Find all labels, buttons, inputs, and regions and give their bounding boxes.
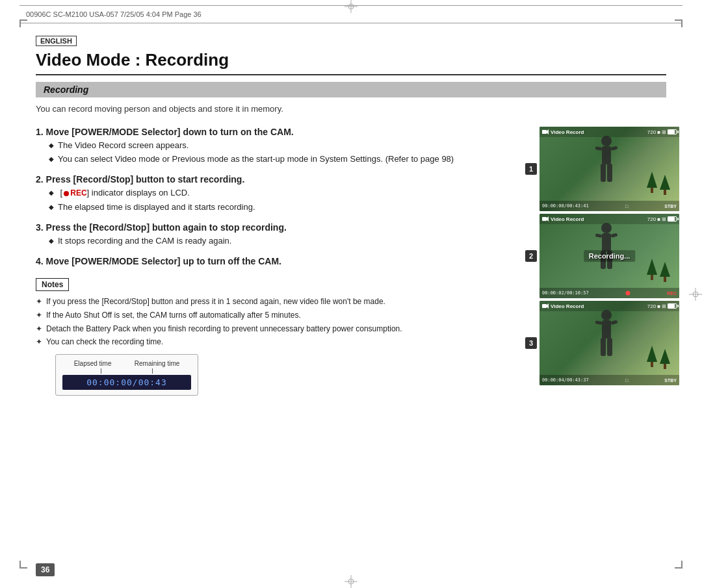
- trees-2: [640, 252, 676, 288]
- svg-rect-38: [610, 320, 618, 324]
- person-silhouette-1: [590, 133, 623, 192]
- step-1-bullets: ◆ The Video Record screen appears. ◆ You…: [49, 140, 510, 165]
- svg-rect-14: [610, 146, 618, 150]
- note-arrow-icon: ✦: [36, 310, 42, 321]
- elapsed-label: Elapsed time: [74, 360, 112, 367]
- svg-marker-19: [660, 175, 670, 190]
- note-arrow-icon: ✦: [36, 296, 42, 307]
- step-2: 2. Press [Record/Stop] button to start r…: [36, 174, 510, 212]
- bullet-diamond-icon: ◆: [49, 188, 54, 198]
- svg-point-35: [601, 310, 612, 320]
- crosshair-bottom-icon: [344, 575, 358, 588]
- screen-number-1: 1: [525, 163, 537, 175]
- svg-rect-44: [664, 364, 666, 369]
- screen-2-time: 00:00:02/00:10:57: [542, 290, 589, 296]
- screen-3: Video Record 720 ■ ⊞: [540, 301, 679, 385]
- screen-1-time: 00:00:00/00:43:41: [542, 203, 589, 209]
- svg-rect-30: [651, 275, 653, 280]
- page-number: 36: [36, 563, 55, 576]
- two-column-layout: 1. Move [POWER/MODE Selector] down to tu…: [36, 127, 666, 396]
- svg-rect-9: [542, 130, 547, 134]
- cam-screen-2: Video Record 720 ■ ⊞: [540, 214, 679, 298]
- svg-rect-20: [664, 190, 666, 195]
- english-badge: ENGLISH: [36, 36, 77, 46]
- step-1: 1. Move [POWER/MODE Selector] down to tu…: [36, 127, 510, 165]
- video-rec-label-2: Video Record: [551, 216, 584, 222]
- svg-rect-16: [607, 164, 612, 182]
- note-arrow-icon: ✦: [36, 337, 42, 348]
- svg-rect-36: [602, 320, 611, 339]
- crosshair-right-icon: [689, 288, 702, 301]
- screen-top-right-1: 720 ■ ⊞: [647, 129, 677, 135]
- svg-rect-13: [595, 146, 602, 151]
- svg-point-11: [601, 136, 612, 146]
- svg-rect-33: [542, 304, 547, 308]
- step-4: 4. Move [POWER/MODE Selector] up to turn…: [36, 256, 510, 266]
- video-rec-label-3: Video Record: [551, 303, 584, 309]
- screen-wrapper-2: 2 Video Record 720 ■ ⊞: [540, 214, 666, 298]
- svg-marker-34: [547, 303, 549, 309]
- bullet-diamond-icon: ◆: [49, 236, 54, 246]
- trees-1: [640, 165, 676, 201]
- steps-column: 1. Move [POWER/MODE Selector] down to tu…: [36, 127, 510, 396]
- svg-marker-17: [647, 172, 657, 188]
- header-text: 00906C SC-M2100 USA-057 7/25/05 4:04 PM …: [26, 10, 202, 18]
- main-content: ENGLISH Video Mode : Recording Recording…: [36, 36, 666, 552]
- bullet-diamond-icon: ◆: [49, 141, 54, 150]
- svg-marker-41: [647, 346, 657, 362]
- svg-marker-22: [547, 216, 549, 222]
- step-1-bullet-1: ◆ The Video Record screen appears.: [49, 140, 510, 151]
- step-3-title: 3. Press the [Record/Stop] button again …: [36, 222, 510, 233]
- notes-badge: Notes: [36, 278, 69, 291]
- svg-rect-32: [664, 277, 666, 282]
- screen-1: Video Record 720 ■ ⊞: [540, 127, 679, 211]
- corner-mark-tl: [20, 19, 27, 27]
- step-1-title: 1. Move [POWER/MODE Selector] down to tu…: [36, 127, 510, 137]
- screen-wrapper-1: 1 Video Record 720 ■ ⊞: [540, 127, 666, 211]
- svg-rect-12: [602, 146, 611, 164]
- svg-rect-26: [610, 233, 618, 237]
- battery-icon-3: [668, 303, 677, 309]
- trees-3: [640, 339, 676, 375]
- step-2-title: 2. Press [Record/Stop] button to start r…: [36, 174, 510, 185]
- screen-top-left-2: Video Record: [542, 216, 584, 222]
- note-item-1: ✦ If you press the [Record/Stop] button …: [36, 296, 510, 307]
- screen-3-time: 00:00:04/00:43:37: [542, 377, 589, 383]
- screen-bottom-bar-3: 00:00:04/00:43:37 □ STBY: [540, 375, 679, 385]
- svg-rect-42: [651, 362, 653, 367]
- svg-rect-24: [602, 233, 611, 251]
- elapsed-time-display: 00:00:00/00:43: [62, 375, 191, 390]
- screen-1-status: STBY: [664, 204, 677, 209]
- svg-marker-31: [660, 262, 670, 277]
- elapsed-time-diagram: Elapsed time Remaining time 00:00:00/00:…: [55, 354, 198, 396]
- person-silhouette-2: [590, 220, 623, 279]
- bullet-diamond-icon: ◆: [49, 203, 54, 212]
- note-item-4: ✦ You can check the recording time.: [36, 337, 510, 348]
- svg-rect-25: [595, 233, 602, 238]
- svg-marker-29: [647, 259, 657, 275]
- notes-section: Notes ✦ If you press the [Record/Stop] b…: [36, 278, 510, 396]
- svg-rect-37: [595, 320, 602, 325]
- note-arrow-icon: ✦: [36, 324, 42, 335]
- svg-rect-40: [607, 338, 612, 356]
- screen-3-status: STBY: [664, 378, 677, 383]
- step-1-bullet-2: ◆ You can select Video mode or Previous …: [49, 153, 510, 165]
- screen-2-status: REC: [667, 291, 677, 296]
- step-3: 3. Press the [Record/Stop] button again …: [36, 222, 510, 247]
- intro-text: You can record moving person and objects…: [36, 104, 666, 114]
- section-header: Recording: [36, 82, 666, 97]
- remaining-label: Remaining time: [135, 360, 179, 367]
- screen-top-left-1: Video Record: [542, 129, 584, 135]
- step-2-bullet-2: ◆ The elapsed time is displayed and it s…: [49, 201, 510, 213]
- step-2-bullets: ◆ [REC] indicator displays on LCD. ◆ The…: [49, 187, 510, 212]
- svg-rect-15: [601, 164, 606, 182]
- svg-rect-39: [601, 338, 606, 356]
- step-4-title: 4. Move [POWER/MODE Selector] up to turn…: [36, 256, 510, 266]
- screen-wrapper-3: 3 Video Record 720 ■ ⊞: [540, 301, 666, 385]
- note-item-2: ✦ If the Auto Shut Off is set, the CAM t…: [36, 310, 510, 321]
- crosshair-top-icon: [344, 0, 358, 13]
- screen-bottom-bar-1: 00:00:00/00:43:41 □ STBY: [540, 201, 679, 211]
- step-2-bullet-1: ◆ [REC] indicator displays on LCD.: [49, 187, 510, 199]
- screen-top-right-2: 720 ■ ⊞: [647, 216, 677, 222]
- cam-screen-1: Video Record 720 ■ ⊞: [540, 127, 679, 211]
